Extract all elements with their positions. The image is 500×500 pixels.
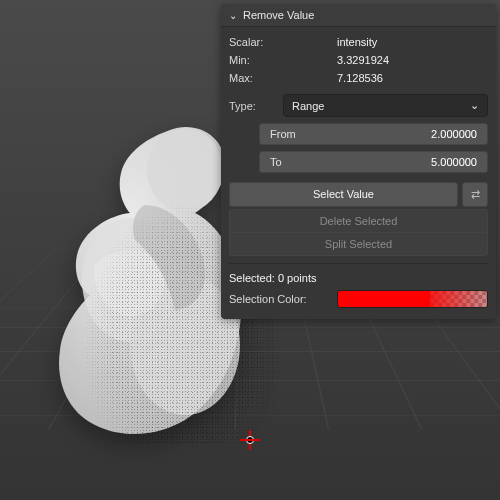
viewport-3d[interactable]: ⌄ Remove Value Scalar: intensity Min: 3.… bbox=[0, 0, 500, 500]
max-label: Max: bbox=[229, 72, 329, 84]
type-value: Range bbox=[292, 100, 324, 112]
remove-value-panel: ⌄ Remove Value Scalar: intensity Min: 3.… bbox=[221, 4, 496, 319]
selection-color-label: Selection Color: bbox=[229, 293, 329, 305]
scalar-label: Scalar: bbox=[229, 36, 329, 48]
min-label: Min: bbox=[229, 54, 329, 66]
panel-header[interactable]: ⌄ Remove Value bbox=[221, 4, 496, 27]
to-label: To bbox=[270, 156, 282, 168]
swap-button[interactable]: ⇄ bbox=[462, 182, 488, 207]
from-label: From bbox=[270, 128, 296, 140]
max-value: 7.128536 bbox=[337, 72, 488, 84]
swap-icon: ⇄ bbox=[471, 188, 480, 201]
selected-count: Selected: 0 points bbox=[229, 272, 488, 284]
delete-selected-button[interactable]: Delete Selected bbox=[229, 209, 488, 233]
dropdown-icon: ⌄ bbox=[470, 99, 479, 112]
type-label: Type: bbox=[229, 100, 277, 112]
min-value: 3.3291924 bbox=[337, 54, 488, 66]
type-dropdown[interactable]: Range ⌄ bbox=[283, 94, 488, 117]
split-selected-button[interactable]: Split Selected bbox=[229, 233, 488, 256]
from-value: 2.000000 bbox=[431, 128, 477, 140]
panel-title: Remove Value bbox=[243, 9, 314, 21]
divider bbox=[229, 263, 488, 264]
to-field[interactable]: To 5.000000 bbox=[259, 151, 488, 173]
select-value-button[interactable]: Select Value bbox=[229, 182, 458, 207]
scalar-value: intensity bbox=[337, 36, 488, 48]
selection-color-field[interactable] bbox=[337, 290, 488, 308]
from-field[interactable]: From 2.000000 bbox=[259, 123, 488, 145]
chevron-down-icon: ⌄ bbox=[229, 10, 237, 21]
to-value: 5.000000 bbox=[431, 156, 477, 168]
